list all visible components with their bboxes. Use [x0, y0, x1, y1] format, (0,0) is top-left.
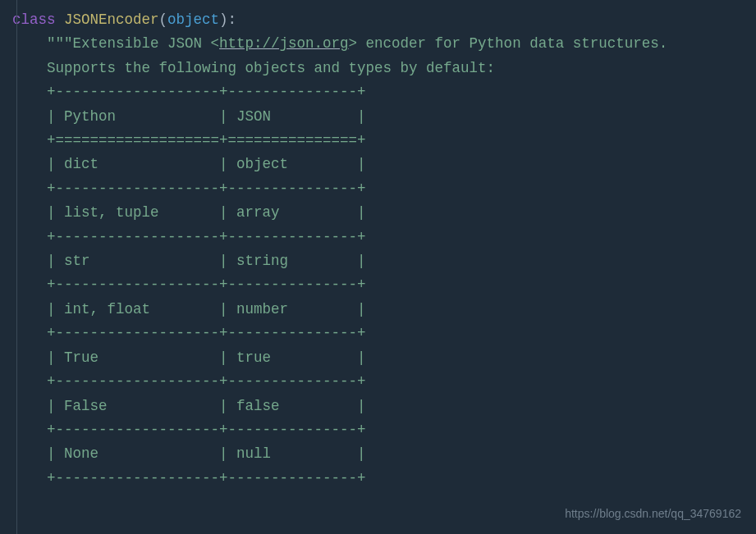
colon: :: [228, 11, 237, 28]
docstring-line1: """Extensible JSON <http://json.org> enc…: [12, 32, 756, 56]
table-sep-bottom: +-------------------+---------------+: [12, 467, 756, 491]
table-row-true: | True | true |: [12, 346, 756, 370]
table-header: | Python | JSON |: [12, 105, 756, 129]
builtin-object: object: [167, 11, 219, 28]
table-row-str: | str | string |: [12, 249, 756, 273]
watermark: https://blog.csdn.net/qq_34769162: [565, 502, 741, 526]
table-sep: +-------------------+---------------+: [12, 273, 756, 297]
table-sep: +-------------------+---------------+: [12, 322, 756, 345]
gutter-line: [16, 0, 17, 534]
docstring-open: """: [47, 35, 73, 52]
table-row-list: | list, tuple | array |: [12, 201, 756, 225]
table-row-int: | int, float | number |: [12, 298, 756, 322]
table-row-none: | None | null |: [12, 442, 756, 466]
url-link[interactable]: http://json.org: [219, 35, 349, 52]
table-sep-header: +===================+===============+: [12, 129, 756, 153]
table-sep-top: +-------------------+---------------+: [12, 80, 756, 104]
table-row-dict: | dict | object |: [12, 153, 756, 176]
table-sep: +-------------------+---------------+: [12, 177, 756, 201]
table-sep: +-------------------+---------------+: [12, 226, 756, 249]
keyword-class: class: [12, 11, 56, 28]
table-sep: +-------------------+---------------+: [12, 370, 756, 394]
table-row-false: | False | false |: [12, 395, 756, 418]
paren-open: (: [159, 11, 168, 28]
paren-close: ): [219, 11, 228, 28]
table-sep: +-------------------+---------------+: [12, 418, 756, 442]
class-name: JSONEncoder: [64, 11, 159, 28]
docstring-supports: Supports the following objects and types…: [12, 57, 756, 80]
code-editor[interactable]: class JSONEncoder(object): """Extensible…: [0, 0, 756, 491]
code-line-classdef: class JSONEncoder(object):: [12, 8, 756, 32]
